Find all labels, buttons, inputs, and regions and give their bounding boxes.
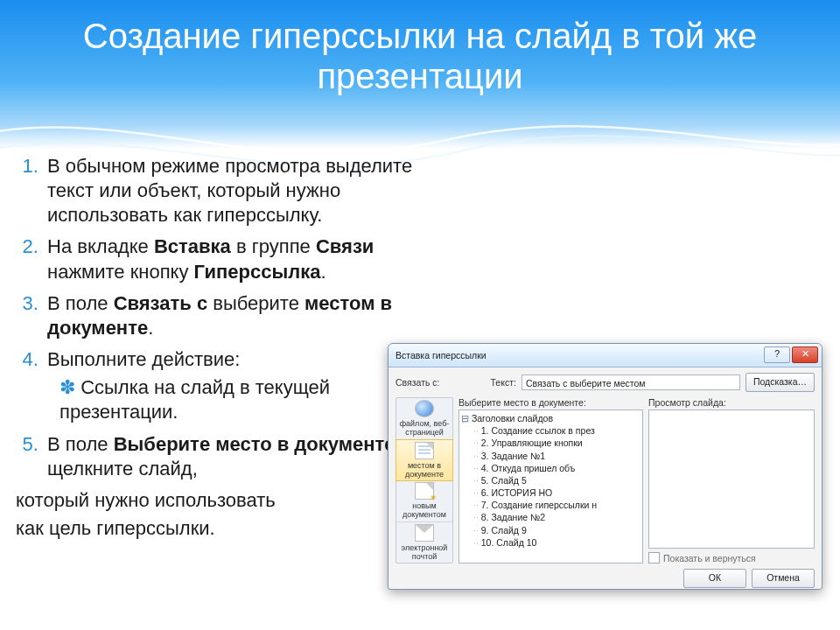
dialog-titlebar: Вставка гиперссылки ? ✕ [388, 344, 822, 368]
tree-item[interactable]: 1. Создание ссылок в през [473, 424, 640, 437]
lbl: новым документом [398, 501, 451, 519]
tree-item[interactable]: 4. Откуда пришел объ [473, 462, 640, 474]
txt: в группе [231, 235, 316, 257]
step-2: На вкладке Вставка в группе Связи нажмит… [44, 234, 453, 284]
link-to-email[interactable]: электронной почтой [396, 522, 452, 564]
lbl: файлом, веб-страницей [398, 419, 451, 437]
txt: В поле [47, 292, 114, 314]
dialog-title-text: Вставка гиперссылки [396, 350, 486, 360]
insert-hyperlink-dialog: Вставка гиперссылки ? ✕ Связать с: Текст… [388, 343, 822, 590]
mail-icon [415, 524, 434, 542]
txt: . [321, 261, 326, 283]
txt: Связи [316, 235, 374, 257]
help-button[interactable]: ? [764, 346, 790, 363]
tree-list: 1. Создание ссылок в през 2. Управляющие… [473, 424, 640, 549]
tree-item[interactable]: 3. Задание №1 [473, 450, 640, 462]
globe-icon [415, 400, 434, 417]
txt: нажмите кнопку [47, 261, 194, 283]
txt: В обычном режиме просмотра выделите текс… [47, 155, 412, 226]
cancel-button[interactable]: Отмена [752, 569, 815, 588]
link-to-file-web[interactable]: файлом, веб-страницей [396, 398, 452, 440]
txt: Выберите место в документе [114, 433, 396, 455]
txt: На вкладке [47, 235, 154, 257]
ok-button[interactable]: ОК [683, 569, 746, 588]
txt: Гиперссылка [194, 261, 321, 283]
new-document-icon [415, 482, 434, 500]
show-return-checkbox[interactable] [648, 552, 660, 564]
lbl: местом в документе [398, 461, 451, 479]
txt: . [148, 317, 153, 339]
tree-item[interactable]: 9. Слайд 9 [473, 524, 640, 536]
show-return-label: Показать и вернуться [663, 553, 756, 564]
link-to-place-in-doc[interactable]: местом в документе [396, 439, 453, 482]
tree-item[interactable]: 5. Слайд 5 [473, 474, 640, 486]
step-3: В поле Связать с выберите местом в докум… [44, 291, 453, 340]
tree-item[interactable]: 2. Управляющие кнопки [473, 437, 640, 449]
lbl: электронной почтой [398, 543, 451, 561]
hint-button[interactable]: Подсказка… [746, 373, 815, 392]
slide-preview [648, 410, 815, 549]
txt: выберите [207, 292, 304, 314]
slide: Создание гиперссылки на слайд в той же п… [0, 0, 840, 630]
preview-label: Просмотр слайда: [648, 397, 815, 408]
txt: щелкните слайд, [47, 458, 198, 480]
link-with-label: Связать с: [396, 377, 440, 388]
text-input[interactable]: Связать с выберите местом [522, 374, 740, 390]
place-label: Выберите место в документе: [458, 397, 643, 408]
text-label: Текст: [491, 377, 516, 388]
document-place-icon [415, 442, 434, 459]
place-tree[interactable]: Заголовки слайдов 1. Создание ссылок в п… [458, 410, 643, 564]
tree-item[interactable]: 7. Создание гиперссылки н [473, 499, 640, 511]
txt: В поле [47, 433, 114, 455]
dialog-body: Связать с: Текст: Связать с выберите мес… [388, 368, 822, 595]
txt: Выполните действие: [47, 348, 240, 370]
tree-item[interactable]: 10. Слайд 10 [473, 536, 640, 549]
step-1: В обычном режиме просмотра выделите текс… [44, 154, 453, 228]
link-to-sidebar: файлом, веб-страницей местом в документе… [396, 397, 453, 564]
close-button[interactable]: ✕ [792, 346, 818, 363]
tree-item[interactable]: 8. Задание №2 [473, 511, 640, 523]
txt: Связать с [114, 292, 208, 314]
txt: Вставка [154, 235, 231, 257]
tree-root[interactable]: Заголовки слайдов [461, 412, 640, 424]
tree-item[interactable]: 6. ИСТОРИЯ НО [473, 486, 640, 499]
slide-title: Создание гиперссылки на слайд в той же п… [0, 16, 840, 96]
link-to-new-doc[interactable]: новым документом [396, 480, 452, 522]
